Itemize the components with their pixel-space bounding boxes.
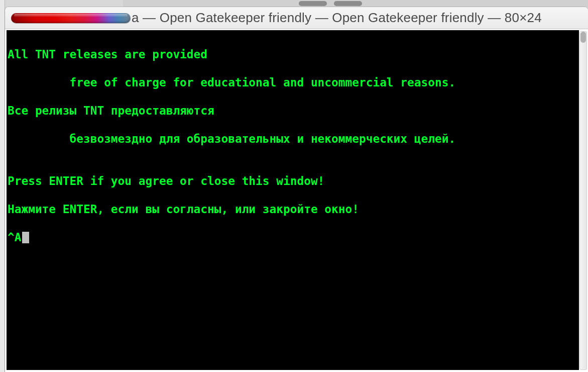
window-title: a — Open Gatekeeper friendly — Open Gate… [132, 10, 584, 26]
background-menubar-item [334, 1, 362, 6]
terminal-line: All TNT releases are provided [7, 47, 579, 61]
terminal-prompt-text: ^A [8, 231, 21, 244]
terminal-line: Press ENTER if you agree or close this w… [7, 174, 579, 188]
background-window-edge [0, 0, 5, 372]
terminal-prompt-line: ^A [7, 230, 579, 244]
background-menubar-item [299, 1, 327, 6]
background-menubar [123, 0, 588, 7]
window-controls-close-minimize-zoom[interactable] [11, 13, 131, 23]
terminal-line: free of charge for educational and uncom… [7, 75, 579, 89]
terminal-line: Все релизы TNT предоставляются [7, 104, 579, 118]
scrollbar-thumb[interactable] [580, 32, 586, 43]
window-titlebar[interactable]: a — Open Gatekeeper friendly — Open Gate… [5, 7, 588, 29]
vertical-scrollbar[interactable] [579, 31, 587, 370]
terminal-content[interactable]: All TNT releases are provided free of ch… [7, 30, 579, 370]
terminal-line: безвозмездно для образовательных и неком… [7, 132, 579, 146]
terminal-window: a — Open Gatekeeper friendly — Open Gate… [5, 7, 588, 372]
terminal-line: Нажмите ENTER, если вы согласны, или зак… [7, 202, 579, 216]
terminal-frame: All TNT releases are provided free of ch… [5, 29, 588, 372]
terminal-cursor [22, 232, 29, 243]
